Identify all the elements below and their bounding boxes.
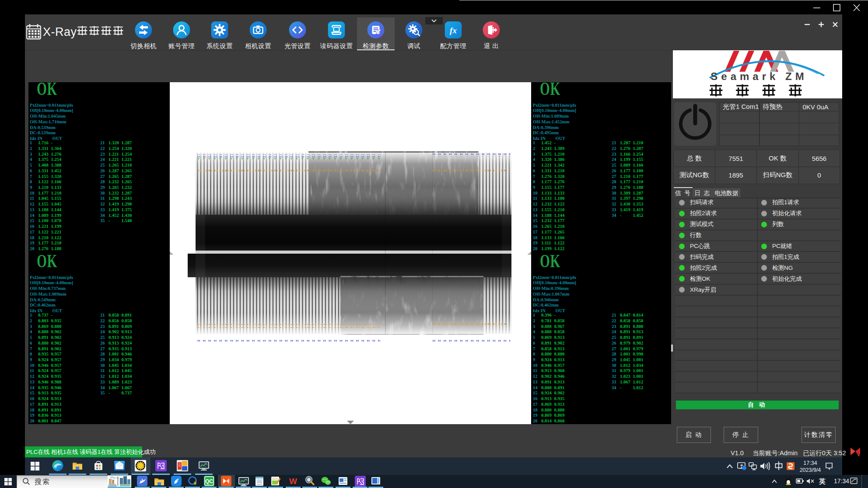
svg-text:W: W: [289, 477, 297, 486]
svg-text:2023/9/4: 2023/9/4: [800, 467, 821, 473]
svg-text:fx: fx: [450, 25, 457, 35]
svg-text:英: 英: [819, 478, 826, 485]
svg-text:17:34: 17:34: [834, 478, 849, 485]
svg-text:QC: QC: [205, 478, 213, 485]
svg-text:17:34: 17:34: [803, 460, 817, 466]
svg-text:Seamark ZM: Seamark ZM: [710, 70, 807, 82]
